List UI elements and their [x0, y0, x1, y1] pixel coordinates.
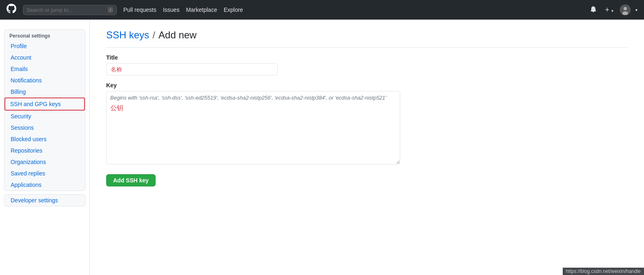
marketplace-link[interactable]: Marketplace: [186, 7, 217, 13]
create-new-button[interactable]: + ▾: [603, 4, 615, 16]
personal-settings-title: Personal settings: [4, 30, 85, 40]
status-bar: https://blog.csdn.net/weixin/handle: [563, 268, 644, 275]
search-input[interactable]: [27, 7, 105, 13]
navbar-links: Pull requests Issues Marketplace Explore: [123, 7, 243, 13]
avatar[interactable]: [620, 4, 631, 15]
svg-point-1: [624, 7, 627, 10]
github-logo-icon[interactable]: [7, 4, 16, 16]
sidebar-item-saved-replies[interactable]: Saved replies: [4, 168, 85, 179]
sidebar-item-security[interactable]: Security: [4, 111, 85, 122]
sidebar-item-profile[interactable]: Profile: [4, 40, 85, 52]
navbar: / Pull requests Issues Marketplace Explo…: [0, 0, 644, 20]
breadcrumb-separator: /: [152, 29, 155, 41]
title-input[interactable]: [106, 63, 278, 75]
key-textarea[interactable]: [106, 91, 400, 164]
notifications-bell-button[interactable]: [588, 4, 598, 16]
pull-requests-link[interactable]: Pull requests: [123, 7, 156, 13]
key-label: Key: [106, 82, 628, 89]
title-form-group: Title: [106, 54, 628, 75]
sidebar-item-emails[interactable]: Emails: [4, 63, 85, 75]
sidebar-item-billing[interactable]: Billing: [4, 86, 85, 98]
breadcrumb-ssh-keys-link[interactable]: SSH keys: [106, 29, 149, 41]
sidebar: Personal settings Profile Account Emails…: [0, 20, 90, 275]
sidebar-item-notifications[interactable]: Notifications: [4, 75, 85, 86]
personal-settings-section: Personal settings Profile Account Emails…: [4, 29, 85, 191]
search-kbd: /: [108, 7, 113, 13]
page-wrapper: Personal settings Profile Account Emails…: [0, 20, 644, 275]
add-ssh-key-button[interactable]: Add SSH key: [106, 174, 156, 186]
sidebar-item-repositories[interactable]: Repositories: [4, 145, 85, 156]
avatar-dropdown-icon[interactable]: ▾: [635, 8, 637, 12]
issues-link[interactable]: Issues: [163, 7, 179, 13]
sidebar-item-sessions[interactable]: Sessions: [4, 122, 85, 133]
title-label: Title: [106, 54, 628, 61]
sidebar-item-account[interactable]: Account: [4, 52, 85, 63]
developer-settings-section: Developer settings: [4, 194, 85, 206]
sidebar-item-blocked-users[interactable]: Blocked users: [4, 133, 85, 145]
page-title: Add new: [158, 29, 196, 41]
sidebar-item-developer-settings[interactable]: Developer settings: [4, 195, 85, 206]
search-bar[interactable]: /: [23, 5, 117, 15]
sidebar-item-applications[interactable]: Applications: [4, 179, 85, 191]
page-header: SSH keys / Add new: [106, 29, 628, 48]
sidebar-item-ssh-gpg-keys[interactable]: SSH and GPG keys: [4, 98, 85, 111]
main-content: SSH keys / Add new Title Key Begins with…: [90, 20, 644, 275]
sidebar-item-organizations[interactable]: Organizations: [4, 156, 85, 168]
key-form-group: Key Begins with 'ssh-rsa', 'ssh-dss', 's…: [106, 82, 628, 164]
explore-link[interactable]: Explore: [224, 7, 243, 13]
navbar-right: + ▾ ▾: [588, 4, 637, 16]
